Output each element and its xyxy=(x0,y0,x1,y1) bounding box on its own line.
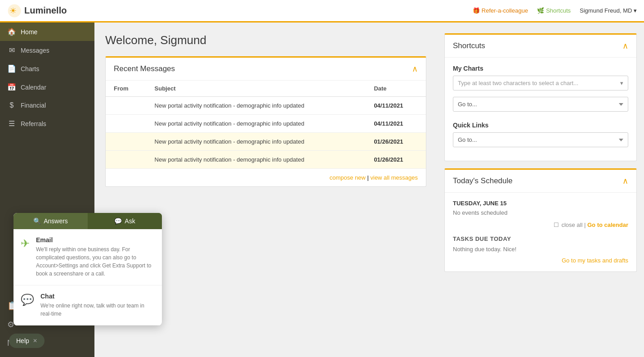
referrals-icon: ☰ xyxy=(7,119,16,128)
sidebar-item-messages[interactable]: ✉ Messages xyxy=(0,41,94,59)
tasks-empty: Nothing due today. Nice! xyxy=(453,246,628,253)
tasks-link: Go to my tasks and drafts xyxy=(453,256,628,264)
schedule-actions: ☐ close all | Go to calendar xyxy=(453,221,628,228)
shortcuts-collapse-btn[interactable]: ∧ xyxy=(622,41,628,51)
recent-messages-card: Recent Messages ∧ From Subject Date New … xyxy=(105,56,426,187)
ask-popup: 🔍 Answers 💬 Ask ✈ Email We'll reply with… xyxy=(13,213,162,325)
page-title: Welcome, Sigmund xyxy=(105,33,426,47)
sidebar-item-label: Home xyxy=(21,28,37,36)
shortcuts-title: Shortcuts xyxy=(453,41,485,50)
chat-card: 💬 Chat We're online right now, talk with… xyxy=(13,285,162,325)
cell-subject: New portal activity notification - demog… xyxy=(147,133,366,151)
my-charts-label: My Charts xyxy=(453,65,628,72)
schedule-empty: No events scheduled xyxy=(453,209,628,216)
collapse-button[interactable]: ∧ xyxy=(412,64,418,74)
close-all-checkbox[interactable]: ☐ xyxy=(554,221,559,228)
close-all-text: ☐ close all xyxy=(554,221,584,228)
search-icon: 🔍 xyxy=(33,217,41,225)
compose-new-link[interactable]: compose new xyxy=(330,174,366,181)
email-icon: ✈ xyxy=(21,237,30,250)
sidebar-item-charts[interactable]: 📄 Charts xyxy=(0,59,94,78)
messages-icon: ✉ xyxy=(7,46,16,54)
chat-desc: We're online right now, talk with our te… xyxy=(40,302,155,318)
table-row[interactable]: New portal activity notification - demog… xyxy=(106,115,426,133)
cell-from xyxy=(106,133,147,151)
header-right: 🎁 Refer-a-colleague 🌿 Shortcuts Sigmund … xyxy=(473,7,637,14)
calendar-icon: 📅 xyxy=(7,83,16,91)
help-label: Help xyxy=(16,337,29,344)
sidebar-item-financial[interactable]: $ Financial xyxy=(0,96,94,114)
quick-links-label: Quick Links xyxy=(453,122,628,129)
schedule-title: Today's Schedule xyxy=(453,176,513,185)
schedule-body: TUESDAY, JUNE 15 No events scheduled ☐ c… xyxy=(445,193,636,271)
shortcuts-card: Shortcuts ∧ My Charts Type at least two … xyxy=(444,33,637,161)
sidebar-item-home[interactable]: 🏠 Home xyxy=(0,23,94,41)
recent-messages-title: Recent Messages xyxy=(114,64,175,73)
cell-date: 04/11/2021 xyxy=(366,115,426,133)
cell-subject: New portal activity notification - demog… xyxy=(147,97,366,115)
shortcuts-link[interactable]: 🌿 Shortcuts xyxy=(537,7,571,14)
chart-search-input[interactable]: Type at least two characters to select a… xyxy=(453,76,628,90)
sidebar-item-label: Financial xyxy=(21,102,46,109)
chat-icon: 💬 xyxy=(21,294,34,306)
go-to-tasks-link[interactable]: Go to my tasks and drafts xyxy=(562,257,628,264)
logo: ☀ Luminello xyxy=(7,4,67,18)
table-row[interactable]: New portal activity notification - demog… xyxy=(106,151,426,169)
answers-tab[interactable]: 🔍 Answers xyxy=(13,213,88,229)
logo-icon: ☀ xyxy=(7,4,22,18)
schedule-day: TUESDAY, JUNE 15 xyxy=(453,200,628,207)
chart-dropdown-arrow: ▾ xyxy=(620,80,623,86)
sidebar-item-label: Messages xyxy=(21,47,49,54)
user-menu[interactable]: Sigmund Freud, MD ▾ xyxy=(580,7,637,14)
card-footer: compose new | view all messages xyxy=(106,169,426,186)
cell-from xyxy=(106,97,147,115)
tasks-label: TASKS DUE TODAY xyxy=(453,235,628,242)
go-to-calendar-link[interactable]: Go to calendar xyxy=(587,221,628,228)
cell-from xyxy=(106,115,147,133)
col-date: Date xyxy=(366,81,426,97)
chat-bubble-icon: 💬 xyxy=(114,217,122,225)
cell-date: 01/26/2021 xyxy=(366,133,426,151)
svg-text:☀: ☀ xyxy=(9,6,17,15)
view-all-link[interactable]: view all messages xyxy=(371,174,418,181)
email-card: ✈ Email We'll reply within one business … xyxy=(13,229,162,285)
chart-goto-select[interactable]: Go to... xyxy=(453,97,628,112)
schedule-card: Today's Schedule ∧ TUESDAY, JUNE 15 No e… xyxy=(444,168,637,272)
gift-icon: 🎁 xyxy=(473,7,480,14)
charts-icon: 📄 xyxy=(7,64,16,73)
right-panel: Shortcuts ∧ My Charts Type at least two … xyxy=(437,23,644,357)
sidebar-item-referrals[interactable]: ☰ Referrals xyxy=(0,114,94,133)
sidebar-item-label: Calendar xyxy=(21,84,46,91)
cell-subject: New portal activity notification - demog… xyxy=(147,115,366,133)
schedule-collapse-btn[interactable]: ∧ xyxy=(622,176,628,186)
sidebar-item-label: Charts xyxy=(21,65,39,72)
help-button[interactable]: Help ✕ xyxy=(9,334,45,348)
sidebar-item-calendar[interactable]: 📅 Calendar xyxy=(0,78,94,96)
email-desc: We'll reply within one business day. For… xyxy=(36,245,155,278)
shortcuts-body: My Charts Type at least two characters t… xyxy=(445,58,636,161)
table-row[interactable]: New portal activity notification - demog… xyxy=(106,133,426,151)
card-header: Recent Messages ∧ xyxy=(106,58,426,81)
table-row[interactable]: New portal activity notification - demog… xyxy=(106,97,426,115)
ask-tabs: 🔍 Answers 💬 Ask xyxy=(13,213,162,229)
financial-icon: $ xyxy=(7,101,16,109)
logo-text: Luminello xyxy=(24,5,67,16)
col-subject: Subject xyxy=(147,81,366,97)
cell-subject: New portal activity notification - demog… xyxy=(147,151,366,169)
shortcuts-header: Shortcuts ∧ xyxy=(445,35,636,58)
help-close-icon[interactable]: ✕ xyxy=(33,338,37,344)
schedule-header: Today's Schedule ∧ xyxy=(445,170,636,193)
email-title: Email xyxy=(36,236,155,244)
cell-date: 01/26/2021 xyxy=(366,151,426,169)
quick-links-select[interactable]: Go to... xyxy=(453,132,628,147)
home-icon: 🏠 xyxy=(7,27,16,36)
sidebar: 🏠 Home ✉ Messages 📄 Charts 📅 Calendar $ … xyxy=(0,23,94,357)
refer-link[interactable]: 🎁 Refer-a-colleague xyxy=(473,7,528,14)
header: ☀ Luminello 🎁 Refer-a-colleague 🌿 Shortc… xyxy=(0,0,644,23)
col-from: From xyxy=(106,81,147,97)
chat-title: Chat xyxy=(40,293,155,300)
messages-table: From Subject Date New portal activity no… xyxy=(106,81,426,169)
cell-from xyxy=(106,151,147,169)
ask-tab[interactable]: 💬 Ask xyxy=(88,213,162,229)
cell-date: 04/11/2021 xyxy=(366,97,426,115)
